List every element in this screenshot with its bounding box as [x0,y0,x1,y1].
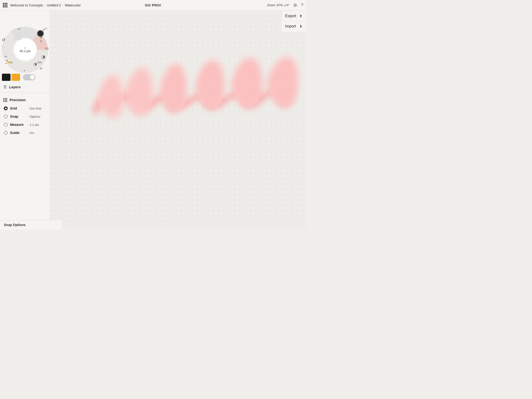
precision-measure-value: 1:1 pts [30,123,39,127]
breadcrumb-untitled[interactable]: Untitled 2 [47,3,61,7]
waveform-icon: 〜 [4,55,7,59]
radio-snap[interactable] [4,114,8,118]
layers-icon: ☰ [3,85,7,89]
import-icon: ⬇ [299,24,302,28]
sidebar: ↗ ✏ + 〜 ◑ 2.7 40.2 120 30 ↺ ↻ 0% 22% [0,11,50,230]
precision-grid-key: Grid [10,107,27,110]
precision-label: Precision [10,98,26,102]
color-swatch-orange[interactable] [12,74,20,81]
zoom-angle: ↙0° [284,3,289,7]
svg-text:◑: ◑ [33,62,37,66]
precision-row-measure[interactable]: Measure › 1:1 pts [0,120,50,129]
wheel-label-size: 2.7 [18,28,21,30]
export-label: Export [285,14,296,18]
radio-measure[interactable] [4,123,8,127]
precision-row-guide[interactable]: Guide › Arc [0,129,50,137]
radio-grid[interactable] [4,107,8,110]
wheel-center: ≡ 40.2 pts [14,39,36,61]
canvas-area[interactable]: Export ⬆ Import ⬇ [50,11,306,230]
tool-wheel[interactable]: ↗ ✏ + 〜 ◑ 2.7 40.2 120 30 ↺ ↻ 0% 22% [1,26,49,74]
header: Welcome to Concepts › Untitled 2 › Water… [0,0,306,11]
export-import-panel: Export ⬆ Import ⬇ [281,11,306,32]
export-import-divider [281,21,306,21]
contrast-icon: ◑ [41,54,45,59]
breadcrumb-sep-2: › [63,4,63,7]
import-label: Import [285,24,296,28]
color-toggle-thumb [30,75,35,80]
precision-sep-measure: › [28,123,29,126]
cursor-icon: ↗ [39,35,42,40]
breadcrumb-sep-1: › [44,4,45,7]
breadcrumb-welcome[interactable]: Welcome to Concepts [10,3,43,7]
brush-texture [14,32,21,40]
snap-options-panel: Snap Options [0,220,62,230]
pencil-icon: ✏️ [6,60,11,64]
wheel-label-right: 120 [44,47,49,50]
precision-measure-key: Measure [10,123,27,127]
breadcrumb-watercolor[interactable]: Watercolor [65,3,81,7]
snap-options-label: Snap Options [4,223,25,227]
precision-snap-key: Snap [10,114,27,118]
precision-row-snap[interactable]: Snap › Options [0,112,50,120]
import-button[interactable]: Import ⬇ [281,22,306,31]
wheel-label-bottom-right: 30 [40,67,42,70]
precision-sep-guide: › [28,131,29,134]
precision-grid-icon [3,98,7,102]
header-right: Zoom: 67% ↙0° ⚙ ? [267,3,303,8]
precision-row-grid[interactable]: Grid › Dot Grid [0,104,50,112]
color-swatch-black[interactable] [2,74,11,81]
color-row [0,72,50,82]
precision-header[interactable]: Precision [0,95,50,104]
go-pro-button[interactable]: GO PRO! [145,3,161,7]
sidebar-section: ☰ Layers [0,82,50,94]
export-icon: ⬆ [299,14,302,18]
header-center: GO PRO! [145,3,161,7]
precision-section: Precision Grid › Dot Grid Snap › Options… [0,95,50,137]
color-toggle[interactable] [23,74,35,80]
redo-button[interactable]: ↻ [2,44,5,50]
precision-snap-value: Options [30,115,40,118]
watercolor-strokes [50,11,306,230]
radio-inner-grid [5,108,7,109]
precision-grid-value: Dot Grid [30,107,41,110]
precision-guide-value: Arc [30,131,34,135]
zoom-info: Zoom: 67% ↙0° [267,3,289,7]
breadcrumb: Welcome to Concepts › Untitled 2 › Water… [10,3,81,7]
app-grid-icon[interactable] [3,3,7,7]
settings-icon[interactable]: ⚙ [293,3,297,8]
svg-text:+: + [23,69,25,72]
undo-button[interactable]: ↺ [2,37,5,43]
zoom-value: 67% [277,3,283,7]
precision-guide-key: Guide [10,131,27,135]
tool-wheel-area: ↗ ✏ + 〜 ◑ 2.7 40.2 120 30 ↺ ↻ 0% 22% [0,21,50,78]
sidebar-divider [0,93,50,93]
radio-guide[interactable] [4,131,8,135]
precision-sep-snap: › [28,115,29,118]
help-icon[interactable]: ? [301,3,303,8]
export-button[interactable]: Export ⬆ [281,12,306,21]
layers-item[interactable]: ☰ Layers [0,82,50,92]
precision-sep-grid: › [28,107,29,110]
layers-label: Layers [9,85,21,89]
header-left: Welcome to Concepts › Untitled 2 › Water… [3,3,81,7]
contrast-label: 22% [37,61,42,64]
wheel-center-size: 40.2 pts [20,49,31,53]
